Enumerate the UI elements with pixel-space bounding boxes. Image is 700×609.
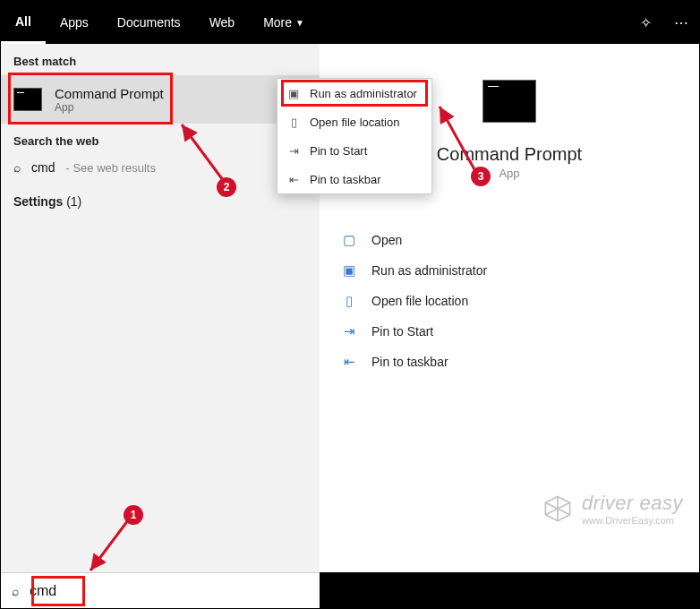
ctx-pin-start-label: Pin to Start: [310, 144, 367, 158]
best-match-header: Best match: [1, 44, 320, 75]
action-pin-taskbar[interactable]: ⇤ Pin to taskbar: [341, 347, 678, 377]
best-match-subtitle: App: [55, 101, 164, 114]
tab-documents[interactable]: Documents: [103, 1, 195, 44]
action-run-admin[interactable]: ▣ Run as administrator: [341, 255, 678, 286]
watermark: driver easy www.DriverEasy.com: [542, 492, 683, 526]
ctx-run-admin-label: Run as administrator: [310, 87, 417, 100]
results-panel: Best match Command Prompt App Search the…: [1, 44, 320, 572]
settings-label: Settings: [13, 194, 63, 209]
ctx-run-admin[interactable]: ▣ Run as administrator: [277, 79, 431, 107]
best-match-title: Command Prompt: [55, 86, 164, 101]
ctx-open-location[interactable]: ▯ Open file location: [277, 107, 431, 136]
tab-web[interactable]: Web: [195, 1, 250, 44]
best-match-result[interactable]: Command Prompt App: [1, 75, 320, 124]
feedback-icon[interactable]: ✧: [627, 1, 663, 44]
annotation-badge-1: 1: [124, 505, 143, 525]
taskbar: ⌕: [1, 572, 699, 608]
search-input[interactable]: [30, 583, 309, 599]
ctx-pin-start[interactable]: ⇥ Pin to Start: [277, 136, 431, 165]
search-icon: ⌕: [13, 160, 21, 175]
action-pin-start[interactable]: ⇥ Pin to Start: [341, 316, 678, 347]
cube-icon: [542, 493, 573, 524]
chevron-down-icon: ▼: [295, 18, 304, 28]
action-pin-taskbar-label: Pin to taskbar: [371, 355, 448, 369]
search-filter-tabs: All Apps Documents Web More ▼ ✧ ⋯: [1, 1, 699, 44]
action-open-location-label: Open file location: [371, 294, 468, 308]
preview-subtitle: App: [499, 167, 519, 180]
open-icon: ▢: [341, 232, 357, 248]
action-open-location[interactable]: ▯ Open file location: [341, 286, 678, 316]
search-icon: ⌕: [12, 584, 19, 598]
tab-more[interactable]: More ▼: [249, 1, 319, 44]
watermark-brand: driver easy: [582, 492, 683, 515]
folder-icon: ▯: [286, 116, 301, 129]
action-open-label: Open: [371, 233, 402, 247]
watermark-url: www.DriverEasy.com: [582, 515, 683, 526]
pin-taskbar-icon: ⇤: [286, 173, 301, 186]
preview-title: Command Prompt: [437, 144, 582, 165]
ctx-open-location-label: Open file location: [310, 116, 399, 129]
pin-taskbar-icon: ⇤: [341, 354, 357, 370]
settings-group[interactable]: Settings (1): [1, 185, 320, 218]
web-query-text: cmd: [31, 160, 55, 175]
search-web-header: Search the web: [1, 124, 320, 155]
shield-icon: ▣: [341, 262, 357, 279]
tab-more-label: More: [263, 15, 292, 30]
context-menu: ▣ Run as administrator ▯ Open file locat…: [277, 78, 432, 194]
tab-all[interactable]: All: [1, 1, 46, 44]
tab-apps[interactable]: Apps: [46, 1, 103, 44]
more-options-icon[interactable]: ⋯: [663, 1, 699, 44]
web-hint-text: - See web results: [65, 161, 155, 175]
web-result-row[interactable]: ⌕ cmd - See web results: [1, 155, 320, 185]
folder-icon: ▯: [341, 293, 357, 309]
settings-count: (1): [66, 194, 81, 209]
taskbar-search-box[interactable]: ⌕: [1, 572, 320, 608]
pin-start-icon: ⇥: [286, 144, 301, 158]
taskbar-remainder: [320, 572, 699, 608]
action-pin-start-label: Pin to Start: [371, 324, 433, 339]
action-open[interactable]: ▢ Open: [341, 225, 678, 255]
preview-command-prompt-icon: [482, 80, 536, 123]
ctx-pin-taskbar[interactable]: ⇤ Pin to taskbar: [277, 165, 431, 193]
annotation-badge-2: 2: [217, 177, 236, 197]
command-prompt-icon: [13, 88, 42, 111]
action-run-admin-label: Run as administrator: [371, 263, 487, 278]
shield-icon: ▣: [286, 87, 301, 100]
annotation-badge-3: 3: [471, 167, 491, 186]
pin-start-icon: ⇥: [341, 323, 357, 339]
ctx-pin-taskbar-label: Pin to taskbar: [310, 173, 381, 186]
